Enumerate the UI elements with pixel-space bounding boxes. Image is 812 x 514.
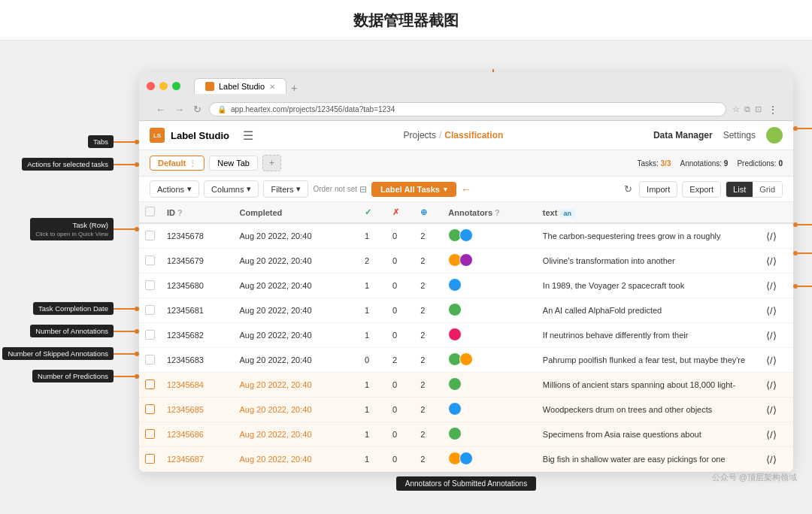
bookmark-icon[interactable]: ☆ [732, 104, 740, 114]
row-checkbox[interactable] [139, 373, 161, 398]
table-row[interactable]: 12345683 Aug 20 2022, 20:40 0 2 2 Pahrum… [139, 348, 793, 373]
data-manager-link[interactable]: Data Manager [653, 130, 713, 141]
row-source-btn[interactable]: ⟨/⟩ [760, 249, 793, 274]
back-btn[interactable]: ← [154, 104, 167, 115]
table-row[interactable]: 12345678 Aug 20 2022, 20:40 1 0 2 The ca… [139, 223, 793, 249]
tab-add-btn[interactable]: + [262, 155, 281, 171]
settings-link[interactable]: Settings [723, 130, 756, 141]
row-checkbox[interactable] [139, 398, 161, 422]
row-checkbox[interactable] [139, 447, 161, 472]
hamburger-menu[interactable]: ☰ [243, 128, 253, 143]
avatar [459, 352, 473, 366]
forward-btn[interactable]: → [173, 104, 186, 115]
browser-controls: Label Studio ✕ + [147, 78, 786, 94]
row-completed: 1 [359, 447, 386, 472]
app-logo-text: Label Studio [171, 130, 229, 141]
row-source-btn[interactable]: ⟨/⟩ [760, 223, 793, 249]
table-row[interactable]: 12345681 Aug 20 2022, 20:40 1 0 2 An AI … [139, 298, 793, 323]
row-text: In 1989, the Voyager 2 spacecraft took [537, 274, 760, 298]
row-source-btn[interactable]: ⟨/⟩ [760, 298, 793, 323]
table-row[interactable]: 12345687 Aug 20 2022, 20:40 1 0 2 Big fi… [139, 447, 793, 472]
browser-tab-active[interactable]: Label Studio ✕ [194, 78, 286, 94]
tab-new-tab[interactable]: New Tab [209, 156, 258, 171]
row-source-btn[interactable]: ⟨/⟩ [760, 398, 793, 422]
table-row[interactable]: 12345680 Aug 20 2022, 20:40 1 0 2 In 198… [139, 274, 793, 298]
plus-header[interactable]: ⊕ [414, 202, 442, 223]
address-bar[interactable]: 🔒 app.heartex.com/projects/123456/data?t… [209, 102, 726, 116]
table-row[interactable]: 12345686 Aug 20 2022, 20:40 1 0 2 Specim… [139, 422, 793, 447]
row-checkbox[interactable] [139, 249, 161, 274]
tab-close-icon[interactable]: ✕ [269, 83, 275, 91]
label-all-tasks-button[interactable]: Label All Tasks ▾ [371, 182, 456, 197]
row-id[interactable]: 12345678 [161, 223, 233, 249]
grid-view-button[interactable]: Grid [753, 182, 782, 197]
row-checkbox[interactable] [139, 348, 161, 373]
row-text: An AI called AlphaFold predicted [537, 298, 760, 323]
row-source-btn[interactable]: ⟨/⟩ [760, 447, 793, 472]
import-button[interactable]: Import [639, 181, 677, 198]
avatar [459, 452, 473, 465]
row-checkbox[interactable] [139, 422, 161, 447]
row-source-btn[interactable]: ⟨/⟩ [760, 274, 793, 298]
row-id[interactable]: 12345682 [161, 323, 233, 348]
browser-menu-icon[interactable]: ⋮ [768, 104, 778, 116]
id-header[interactable]: ID ? [161, 202, 233, 223]
table-row[interactable]: 12345685 Aug 20 2022, 20:40 1 0 2 Woodpe… [139, 398, 793, 422]
annotators-header[interactable]: Annotators ? [442, 202, 536, 223]
browser-tab-bar: Label Studio ✕ + [194, 78, 297, 94]
row-id[interactable]: 12345683 [161, 348, 233, 373]
text-header[interactable]: text an [537, 202, 760, 223]
completed-header[interactable]: Completed [233, 202, 358, 223]
new-tab-icon[interactable]: + [291, 82, 297, 94]
table-row[interactable]: 12345684 Aug 20 2022, 20:40 1 0 2 Millio… [139, 373, 793, 398]
check-header[interactable]: ✓ [359, 202, 386, 223]
select-all-header[interactable] [139, 202, 161, 223]
tab-new-label: New Tab [217, 159, 250, 168]
row-source-btn[interactable]: ⟨/⟩ [760, 348, 793, 373]
columns-button[interactable]: Columns ▾ [204, 180, 259, 198]
tab-options-icon[interactable]: ⋮ [189, 159, 196, 168]
export-button[interactable]: Export [682, 181, 721, 198]
reload-btn[interactable]: ↻ [192, 104, 203, 115]
profile-icon[interactable]: ⊡ [755, 104, 762, 114]
tab-default[interactable]: Default ⋮ [150, 156, 205, 171]
filters-button[interactable]: Filters ▾ [263, 180, 308, 198]
text-type-badge[interactable]: an [559, 209, 575, 218]
row-id[interactable]: 12345681 [161, 298, 233, 323]
row-checkbox[interactable] [139, 274, 161, 298]
user-avatar[interactable] [766, 127, 783, 144]
row-text: Millions of ancient stars spanning about… [537, 373, 760, 398]
row-checkbox[interactable] [139, 323, 161, 348]
order-label: Order [313, 185, 332, 193]
row-annotators [442, 249, 536, 274]
app-header: LS Label Studio ☰ Projects / Classificat… [139, 121, 793, 150]
row-source-btn[interactable]: ⟨/⟩ [760, 323, 793, 348]
refresh-button[interactable]: ↻ [622, 181, 635, 197]
row-predictions: 2 [414, 323, 442, 348]
scrollable-table[interactable]: ID ? Completed ✓ ✗ ⊕ Annotators ? [139, 202, 793, 472]
browser-chrome: Label Studio ✕ + ← → ↻ 🔒 [139, 72, 793, 121]
row-id[interactable]: 12345686 [161, 422, 233, 447]
nav-classification[interactable]: Classification [444, 130, 503, 141]
row-annotators [442, 373, 536, 398]
extensions-icon[interactable]: ⧉ [744, 104, 750, 114]
table-row[interactable]: 12345679 Aug 20 2022, 20:40 2 0 2 Olivin… [139, 249, 793, 274]
skip-header[interactable]: ✗ [386, 202, 414, 223]
row-checkbox[interactable] [139, 223, 161, 249]
row-checkbox[interactable] [139, 298, 161, 323]
row-id[interactable]: 12345687 [161, 447, 233, 472]
task-row-callout: Task (Row) Click to open in Quick View [30, 218, 114, 240]
actions-button[interactable]: Actions ▾ [150, 180, 199, 198]
row-id[interactable]: 12345685 [161, 398, 233, 422]
table-row[interactable]: 12345682 Aug 20 2022, 20:40 1 0 2 If neu… [139, 323, 793, 348]
row-id[interactable]: 12345684 [161, 373, 233, 398]
row-id[interactable]: 12345680 [161, 274, 233, 298]
nav-projects[interactable]: Projects [404, 130, 436, 141]
annotators-help-icon: ? [495, 208, 500, 217]
list-view-button[interactable]: List [726, 182, 753, 197]
url-text: app.heartex.com/projects/123456/data?tab… [231, 105, 395, 113]
annotations-counter: Annotations: 9 [680, 159, 728, 168]
row-id[interactable]: 12345679 [161, 249, 233, 274]
row-source-btn[interactable]: ⟨/⟩ [760, 422, 793, 447]
row-source-btn[interactable]: ⟨/⟩ [760, 373, 793, 398]
